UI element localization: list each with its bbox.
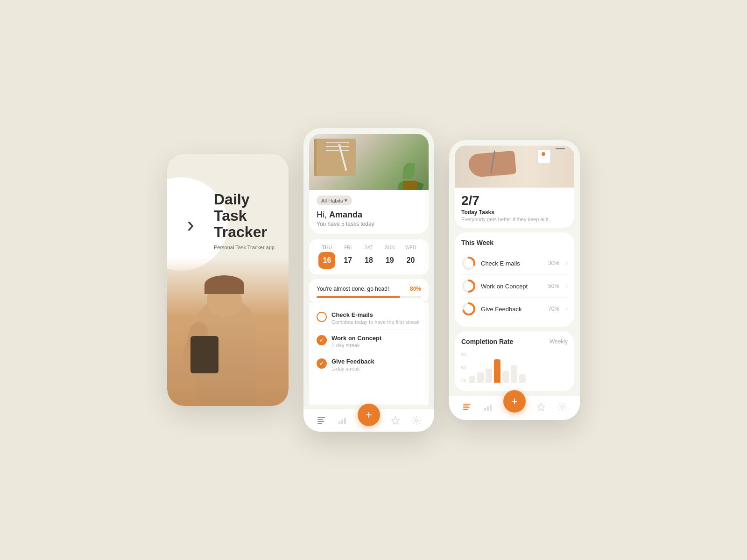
bar-2 [477, 372, 484, 383]
bottom-nav: + [303, 409, 434, 432]
weekly-selector[interactable]: Weekly [550, 338, 568, 345]
svg-rect-18 [463, 409, 468, 410]
task-item-1[interactable]: Check E-mails Complete today to have the… [317, 307, 421, 330]
user-name: Amanda [329, 210, 362, 219]
plus-icon: + [366, 408, 372, 421]
completion-section: Completion Rate Weekly 60 50 40 [455, 331, 574, 391]
day-name-sat: SAT [365, 245, 374, 250]
task-info-1: Check E-mails Complete today to have the… [331, 311, 419, 325]
task-name-3: Give Feedback [331, 358, 374, 365]
phone-splash: › Daily Task Tracker Personal Task Track… [167, 154, 289, 406]
app-subtitle: Personal Task Tracker app [214, 245, 281, 250]
progress-fill [317, 296, 400, 298]
day-name-thu: THU [322, 245, 332, 250]
chevron-right-icon: › [187, 211, 194, 237]
bar-6 [511, 365, 517, 383]
y-label-40: 40 [461, 378, 466, 383]
bar-5 [502, 371, 509, 383]
nav-settings-icon[interactable] [411, 415, 422, 426]
today-quote: Everybody gets better if they keep at it… [461, 217, 568, 222]
progress-label: You're almost done, go head! [317, 286, 389, 292]
task-name-2: Work on Concept [331, 335, 381, 342]
today-card: 2/7 Today Tasks Everybody gets better if… [455, 146, 574, 228]
greeting-text: Hi, Amanda [317, 210, 421, 220]
svg-rect-20 [487, 406, 489, 411]
task-check-1[interactable] [317, 312, 327, 322]
tasks-count-text: You have 5 tasks today [317, 221, 421, 227]
bar-4-active [494, 359, 500, 383]
svg-rect-6 [344, 418, 346, 424]
task-check-3[interactable] [317, 358, 327, 369]
y-label-60: 60 [461, 352, 466, 357]
svg-rect-15 [463, 404, 471, 405]
mug [537, 149, 551, 164]
svg-rect-2 [317, 421, 324, 422]
notebook [314, 139, 356, 176]
task-check-2[interactable] [317, 335, 327, 345]
calendar-strip: THU 16 FRI 17 SAT 18 SUN 19 WED 20 [309, 239, 429, 274]
phone-tasks: All Habits ▾ Hi, Amanda You have 5 tasks… [303, 128, 434, 432]
task-item-2[interactable]: Work on Concept 1-day streak [317, 330, 421, 353]
week-item-name-2: Work on Concept [481, 283, 543, 290]
cal-day-sat[interactable]: SAT 18 [360, 245, 377, 269]
svg-rect-0 [317, 417, 325, 418]
notebook-lines [326, 142, 349, 154]
week-item-1[interactable]: Check E-mails 30% › [461, 252, 568, 275]
today-count: 2/7 [461, 193, 568, 208]
phone3-bottom-nav: + [449, 396, 580, 420]
task-item-3[interactable]: Give Feedback 1-day streak [317, 353, 421, 376]
svg-point-8 [415, 419, 418, 422]
svg-rect-17 [463, 407, 470, 408]
ring-chart-1 [461, 256, 476, 271]
day-name-sun: SUN [385, 245, 395, 250]
cal-day-thu[interactable]: THU 16 [318, 245, 335, 269]
app-scene: › Daily Task Tracker Personal Task Track… [0, 0, 747, 560]
phone2-header: All Habits ▾ Hi, Amanda You have 5 tasks… [309, 134, 429, 234]
today-label: Today Tasks [461, 209, 568, 216]
svg-rect-3 [317, 423, 322, 424]
day-name-wed: WED [405, 245, 416, 250]
week-item-name-1: Check E-mails [481, 260, 543, 267]
svg-rect-5 [341, 420, 343, 424]
nav3-list-icon[interactable] [461, 401, 472, 413]
nav-list-icon[interactable] [316, 415, 327, 426]
cal-day-fri[interactable]: FRI 17 [339, 245, 356, 269]
nav-star-icon[interactable] [390, 415, 401, 426]
y-axis: 60 50 40 [461, 352, 466, 383]
habits-badge[interactable]: All Habits ▾ [317, 196, 352, 205]
nav3-chart-icon[interactable] [482, 401, 493, 413]
week-item-pct-2: 50% [548, 283, 559, 289]
task-name-1: Check E-mails [331, 311, 419, 318]
add-task-button-3[interactable]: + [503, 390, 526, 413]
nav3-star-icon[interactable] [536, 401, 547, 413]
completion-header: Completion Rate Weekly [461, 338, 568, 345]
week-item-3[interactable]: Give Feedback 70% › [461, 298, 568, 320]
task-list: Check E-mails Complete today to have the… [309, 303, 429, 405]
week-chevron-2: › [566, 283, 568, 289]
task-desc-2: 1-day streak [331, 343, 381, 348]
task-info-3: Give Feedback 1-day streak [331, 358, 374, 371]
completion-title: Completion Rate [461, 338, 513, 345]
progress-bar [317, 296, 421, 298]
day-num-thu: 16 [318, 252, 335, 269]
svg-rect-16 [463, 406, 469, 406]
cal-day-wed[interactable]: WED 20 [402, 245, 419, 269]
svg-point-23 [561, 406, 564, 408]
leaf3 [402, 162, 416, 180]
add-task-button[interactable]: + [358, 404, 380, 426]
day-num-wed: 20 [402, 252, 419, 269]
week-item-2[interactable]: Work on Concept 50% › [461, 275, 568, 298]
day-name-fri: FRI [344, 245, 352, 250]
today-info: 2/7 Today Tasks Everybody gets better if… [455, 188, 574, 228]
app-title: Daily Task Tracker [214, 191, 281, 241]
week-chevron-3: › [566, 306, 568, 312]
svg-rect-4 [338, 421, 340, 424]
this-week-title: This Week [461, 239, 568, 246]
nav-chart-icon[interactable] [337, 415, 348, 426]
nav3-settings-icon[interactable] [557, 401, 568, 413]
bar-chart: 60 50 40 [461, 350, 568, 383]
splash-text: Daily Task Tracker Personal Task Tracker… [214, 191, 281, 250]
cal-day-sun[interactable]: SUN 19 [381, 245, 398, 269]
svg-rect-1 [317, 419, 323, 420]
week-chevron-1: › [566, 260, 568, 266]
